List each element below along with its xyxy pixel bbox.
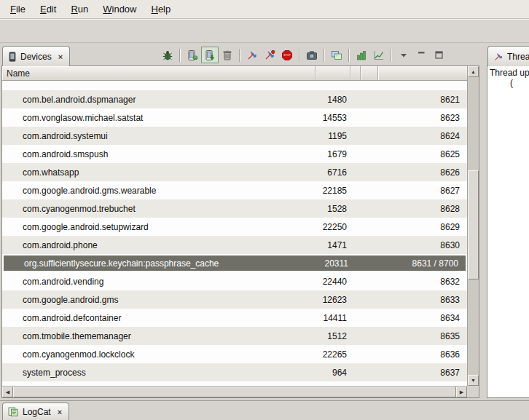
close-icon[interactable]: × <box>56 408 63 416</box>
table-column-headers: Name <box>2 66 467 81</box>
process-pid: 14553 <box>316 108 350 127</box>
process-name: com.google.android.setupwizard <box>2 218 316 236</box>
table-row[interactable]: com.google.android.gms 12623 8633 <box>2 290 467 309</box>
table-row[interactable]: com.android.smspush 1679 8625 <box>2 145 467 163</box>
process-name: system_process <box>2 363 316 381</box>
threads-arrows-icon <box>246 49 258 61</box>
table-row[interactable]: com.bel.android.dspmanager 1480 8621 <box>2 90 467 108</box>
devices-toolbar: STOP <box>159 45 447 65</box>
debug-process-button[interactable] <box>159 47 176 63</box>
sysinfo-chart-button[interactable] <box>370 47 388 63</box>
view-menu-button[interactable] <box>395 47 412 63</box>
table-row[interactable]: com.android.phone 1471 8630 <box>2 236 467 254</box>
table-row[interactable]: system_process 964 8637 <box>2 363 467 381</box>
column-header-pid[interactable] <box>316 66 350 80</box>
stop-process-button[interactable]: STOP <box>278 47 296 63</box>
capture-views-button[interactable] <box>328 47 345 63</box>
process-pid: 12623 <box>316 290 350 309</box>
horizontal-scrollbar[interactable]: ◀ ▶ <box>2 386 467 397</box>
column-header-spacer1[interactable] <box>350 66 361 80</box>
method-profiling-button[interactable] <box>261 47 278 63</box>
table-row[interactable]: com.android.systemui 1195 8624 <box>2 127 467 145</box>
process-port: 8621 <box>378 90 467 108</box>
vertical-scroll-track[interactable] <box>468 77 479 375</box>
cause-gc-button[interactable] <box>219 47 236 63</box>
logcat-icon <box>8 407 19 417</box>
row-spacer <box>2 81 467 90</box>
screen-capture-button[interactable] <box>303 47 321 63</box>
dump-hprof-button[interactable] <box>201 47 219 63</box>
close-icon[interactable]: × <box>57 52 64 61</box>
table-row-selected[interactable]: org.sufficientlysecure.keychain:passphra… <box>2 254 467 272</box>
threads-content: Thread up ( <box>487 66 529 398</box>
table-row[interactable]: com.cyanogenmod.lockclock 22265 8636 <box>2 345 467 363</box>
table-row[interactable]: com.tmobile.thememanager 1512 8635 <box>2 327 467 345</box>
table-row[interactable]: com.google.android.setupwizard 22250 862… <box>2 218 467 236</box>
update-threads-button[interactable] <box>243 47 261 63</box>
table-row[interactable]: com.android.defcontainer 14411 8634 <box>2 309 467 327</box>
process-name: com.bel.android.dspmanager <box>2 90 316 108</box>
toolbar-separator <box>324 49 325 62</box>
process-pid: 1528 <box>316 199 350 218</box>
process-name: com.cyanogenmod.lockclock <box>2 345 316 363</box>
table-row[interactable]: com.android.vending 22440 8632 <box>2 272 467 290</box>
tab-logcat[interactable]: LogCat × <box>2 403 69 420</box>
scroll-left-button[interactable]: ◀ <box>2 387 13 397</box>
column-header-port[interactable] <box>378 66 467 80</box>
trash-icon <box>222 49 233 61</box>
threads-view: Threa Thread up ( <box>485 43 529 400</box>
toolbar-separator <box>179 49 181 62</box>
process-pid: 964 <box>316 363 350 381</box>
threads-message-continued: ( <box>510 78 529 88</box>
process-port: 8628 <box>378 199 467 218</box>
table-row[interactable]: com.google.android.gms.wearable 22185 86… <box>2 181 467 199</box>
process-pid: 22250 <box>316 218 350 236</box>
column-header-name[interactable]: Name <box>2 66 316 80</box>
process-port: 8631 / 8700 <box>380 255 466 271</box>
process-name: com.whatsapp <box>2 163 316 181</box>
process-port: 8627 <box>378 181 467 199</box>
process-port: 8632 <box>378 272 467 290</box>
bug-icon <box>162 49 173 61</box>
process-pid: 22440 <box>316 272 350 290</box>
table-row[interactable]: com.vonglasow.michael.satstat 14553 8623 <box>2 108 467 127</box>
menu-window[interactable]: Window <box>95 0 144 18</box>
update-heap-button[interactable] <box>184 47 201 63</box>
menu-run[interactable]: Run <box>63 0 95 18</box>
process-pid: 1195 <box>316 127 350 145</box>
toolbar-separator <box>299 49 300 62</box>
menu-edit[interactable]: Edit <box>33 0 63 18</box>
ddms-window: File Edit Run Window Help Devices × <box>0 0 529 420</box>
vertical-scroll-thumb[interactable] <box>468 170 479 280</box>
process-port: 8625 <box>378 145 467 163</box>
process-name: com.android.systemui <box>2 127 316 145</box>
phone-dump-icon <box>204 49 216 61</box>
column-header-spacer2[interactable] <box>361 66 378 80</box>
scroll-right-button[interactable]: ▶ <box>456 387 467 397</box>
menu-file[interactable]: File <box>3 0 33 18</box>
maximize-view-button[interactable] <box>430 47 447 63</box>
menu-help[interactable]: Help <box>144 0 178 18</box>
process-name: com.tmobile.thememanager <box>2 327 316 345</box>
horizontal-scroll-thumb[interactable] <box>13 387 456 397</box>
tab-devices[interactable]: Devices × <box>2 46 70 66</box>
green-bars-icon <box>356 49 367 61</box>
process-port: 8626 <box>378 163 467 181</box>
process-pid: 1679 <box>316 145 350 163</box>
threads-view-header: Threa <box>485 43 529 66</box>
svg-text:STOP: STOP <box>283 54 291 57</box>
scroll-up-button[interactable]: ▲ <box>468 66 479 77</box>
sysinfo-bars-button[interactable] <box>353 47 370 63</box>
logcat-bar: LogCat × <box>0 400 529 420</box>
device-icon <box>8 52 17 62</box>
vertical-scrollbar[interactable]: ▲ ▼ <box>467 66 479 386</box>
toolbar-separator <box>348 49 350 62</box>
tab-threads[interactable]: Threa <box>487 46 529 66</box>
table-row[interactable]: com.cyanogenmod.trebuchet 1528 8628 <box>2 199 467 218</box>
minimize-view-button[interactable] <box>412 47 430 63</box>
main-toolbar <box>0 19 529 43</box>
stop-sign-icon: STOP <box>281 49 293 61</box>
menubar: File Edit Run Window Help <box>0 0 529 19</box>
table-row[interactable]: com.whatsapp 6716 8626 <box>2 163 467 181</box>
scroll-down-button[interactable]: ▼ <box>468 375 479 386</box>
